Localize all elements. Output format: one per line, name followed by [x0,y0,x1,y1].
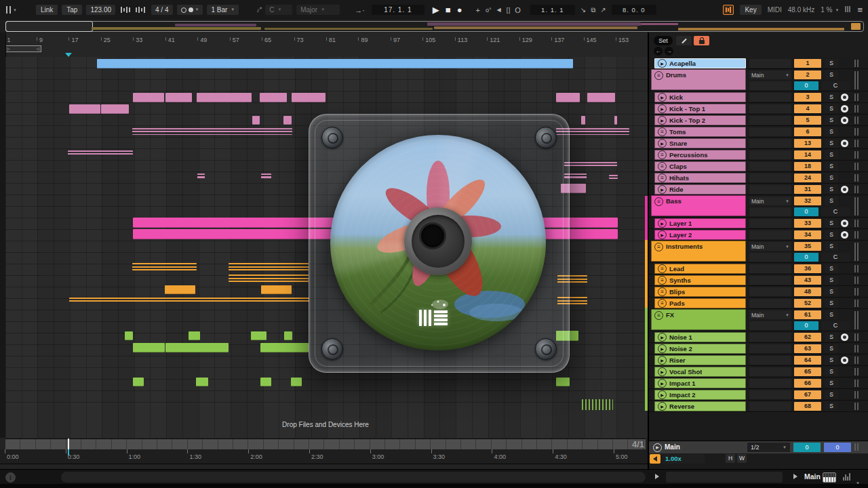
track-io-field[interactable] [749,116,791,125]
arrangement-clip[interactable] [582,399,613,410]
bar-number[interactable]: 145 [587,37,597,43]
arrangement-clip[interactable] [132,263,197,270]
track-row[interactable]: ▶Impact 267S [649,389,868,401]
track-name-block[interactable]: ≡Bass [651,195,746,216]
time-label[interactable]: 5:00 [616,453,628,460]
track-io-field[interactable] [749,127,791,136]
quantize-menu[interactable]: 1 Bar▼ [207,5,239,15]
track-play-icon[interactable]: ▶ [658,402,667,411]
time-label[interactable]: 4:30 [555,453,567,460]
track-number-badge[interactable]: 52 [794,299,821,308]
track-row[interactable]: ▶Layer 234S [649,229,868,241]
capture-midi-icon[interactable]: O [515,6,521,14]
track-row[interactable]: ≡Blips48S [649,286,868,298]
freeze-icon[interactable] [841,117,848,124]
track-play-icon[interactable]: ▶ [658,185,667,194]
height-button[interactable]: H [726,454,735,463]
group-send-field[interactable] [749,81,791,90]
arrangement-clip[interactable] [609,175,618,179]
freeze-icon[interactable] [841,333,848,341]
freeze-icon[interactable] [841,186,848,193]
output-meter-icon[interactable] [843,472,850,481]
arrangement-clip[interactable] [189,331,200,340]
track-io-field[interactable] [749,59,791,68]
time-label[interactable]: 0:30 [68,453,80,460]
track-io-field[interactable] [749,162,791,171]
track-number-badge[interactable]: 62 [794,333,821,342]
tap-tempo-button[interactable]: Tap [62,5,82,15]
arrangement-clip[interactable] [68,150,133,157]
track-name-block[interactable]: ≡Pads [654,298,746,308]
arrangement-position-display[interactable]: 17. 1. 1 [372,5,425,15]
track-play-icon[interactable]: ≡ [654,311,663,320]
track-number-badge[interactable]: 34 [794,230,821,239]
group-fold-icon[interactable]: ≡ [658,150,667,159]
track-row[interactable]: ▶Impact 166S [649,378,868,389]
track-number-badge[interactable]: 2 [794,70,821,79]
track-number-badge[interactable]: 63 [794,344,821,353]
track-number-badge[interactable]: 36 [794,264,821,273]
bar-number[interactable]: 137 [554,37,564,43]
loop-length-display[interactable]: 8. 0. 0 [612,5,656,15]
track-play-icon[interactable]: ▶ [658,230,667,239]
beat-time-ruler[interactable]: 1917253341495765738189971051131211291371… [0,33,648,58]
track-play-icon[interactable]: ▶ [658,139,667,148]
arrangement-clip[interactable] [260,93,287,102]
bar-number[interactable]: 113 [458,37,467,43]
track-name-block[interactable]: ▶Snare [654,138,746,148]
solo-button[interactable]: S [825,356,838,365]
arrangement-clip[interactable] [614,116,617,125]
track-play-icon[interactable]: ▶ [658,344,667,353]
track-name-block[interactable]: ≡FX [651,309,746,330]
tempo-follower-icon[interactable] [121,7,131,13]
arrangement-clip[interactable] [197,93,252,102]
group-fold-icon[interactable]: ≡ [658,276,667,285]
track-name-block[interactable]: ▶Kick - Top 2 [654,115,746,125]
track-play-icon[interactable]: ▶ [658,59,667,68]
track-name-block[interactable]: ≡Percussions [654,150,746,160]
crossfade-badge[interactable]: C [821,207,850,216]
bar-number[interactable]: 25 [104,37,111,43]
solo-button[interactable]: S [825,197,838,205]
solo-button[interactable]: S [825,185,838,194]
time-signature-display[interactable]: 4 / 4 [151,5,172,15]
track-play-icon[interactable]: ▶ [658,390,667,399]
overview-viewport-box[interactable] [5,21,93,32]
track-io-field[interactable] [749,276,791,285]
track-io-field[interactable] [749,219,791,228]
track-name-block[interactable]: ≡Instruments [651,241,746,262]
track-name-block[interactable]: ▶Layer 2 [654,230,746,240]
bar-number[interactable]: 1 [7,37,11,43]
solo-button[interactable]: S [825,162,838,171]
time-label[interactable]: 1:00 [129,453,141,460]
track-io-field[interactable]: Main▼ [749,310,791,319]
main-send-value[interactable]: 0 [793,443,821,452]
track-io-field[interactable] [749,356,791,365]
bar-number[interactable]: 57 [233,37,239,43]
time-label[interactable]: 3:30 [433,453,446,460]
solo-button[interactable]: S [825,402,838,411]
track-number-badge[interactable]: 6 [794,127,821,136]
solo-button[interactable]: S [825,299,838,308]
track-play-icon[interactable]: ≡ [654,71,663,80]
playback-speed-field[interactable]: 1.00x [663,454,705,464]
track-io-field[interactable] [749,390,791,399]
play-button[interactable]: ▶ [433,5,439,15]
solo-button[interactable]: S [825,150,838,159]
solo-button[interactable]: S [825,242,838,251]
bar-number[interactable]: 97 [393,37,400,43]
draw-mode-toggle[interactable] [676,36,692,45]
track-number-badge[interactable]: 65 [794,367,821,376]
track-io-field[interactable] [749,150,791,159]
solo-button[interactable]: S [825,367,838,376]
group-send-field[interactable] [749,321,791,330]
track-name-block[interactable]: ≡Lead [654,264,746,274]
track-number-badge[interactable]: 48 [794,287,821,296]
solo-button[interactable]: S [825,390,838,399]
freeze-icon[interactable] [841,140,848,147]
track-number-badge[interactable]: 24 [794,174,821,182]
track-number-badge[interactable]: 5 [794,116,821,125]
main-track-row[interactable]: ▶ Main 1/2▼ 0 0 [649,441,868,454]
solo-button[interactable]: S [825,139,838,148]
track-row[interactable]: ≡FXMain▼61S0C [649,309,868,331]
